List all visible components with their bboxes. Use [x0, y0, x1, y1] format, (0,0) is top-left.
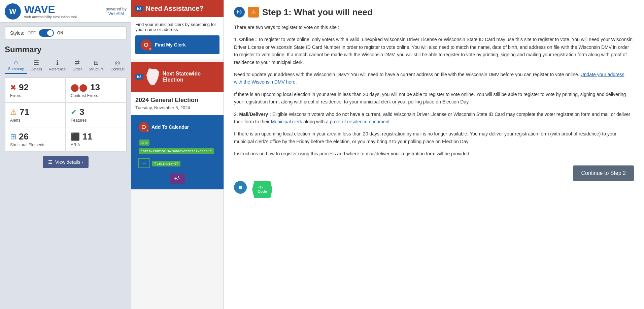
proof-of-residence-link[interactable]: proof of residence document. — [330, 119, 391, 124]
wave-logo: W — [5, 3, 21, 20]
feature-icon: ✔ — [71, 108, 77, 117]
error-icon: ✖ — [10, 83, 16, 92]
need-assistance-header: h3 Need Assistance? — [131, 0, 224, 17]
aria-badge: aria — [139, 140, 149, 146]
aria-label: ARIA — [71, 143, 80, 147]
nav-tabs: ⌂ Summary ☰ Details ℹ Reference ⇄ Order … — [5, 57, 127, 74]
arrow-button[interactable]: → — [138, 158, 150, 168]
tab-details[interactable]: ☰ Details — [27, 57, 45, 74]
svg-point-3 — [142, 126, 145, 128]
alert-icon: ⚠ — [10, 108, 17, 117]
tab-summary[interactable]: ⌂ Summary — [5, 57, 27, 74]
online-bold: Online : — [239, 37, 257, 42]
wave-title: WAVE — [24, 4, 77, 15]
stat-aria: ⬛ 11 ARIA — [66, 127, 126, 152]
step-title: Step 1: What you will need — [262, 7, 373, 18]
election-name: 2024 General Election — [135, 97, 219, 104]
structure-icon: ⊞ — [94, 59, 99, 66]
info-icon: ℹ — [56, 59, 59, 66]
need-assistance-body: Find your municipal clerk by searching f… — [131, 17, 224, 59]
mail-registration-paragraph: If there is an upcoming local election i… — [234, 130, 634, 145]
errors-label: Errors — [10, 93, 21, 98]
bottom-icons: ⏹ </>Code — [234, 181, 634, 198]
wave-powered: powered by WebAIM — [106, 7, 127, 16]
structural-count: 26 — [19, 131, 29, 142]
webaim-link[interactable]: WebAIM — [108, 11, 124, 16]
contrast-error-icon: ⬤⬤ — [71, 83, 88, 92]
contrast-count: 13 — [90, 82, 100, 93]
structural-label: Structural Elements — [10, 143, 45, 147]
toggle-on-label: ON — [57, 31, 63, 35]
structural-icon: ⊞ — [10, 132, 16, 141]
need-assistance-title: Need Assistance? — [146, 5, 204, 12]
toggle-off-label: OFF — [28, 31, 36, 35]
content-body: There are two ways to register to vote o… — [234, 24, 634, 157]
find-clerk-button[interactable]: Find My Clerk — [135, 35, 219, 54]
next-election-title: Next Statewide Election — [162, 71, 219, 83]
tab-structure[interactable]: ⊞ Structure — [86, 57, 107, 74]
instructions-paragraph: Instructions on how to register using th… — [234, 150, 634, 157]
styles-toggle[interactable] — [39, 29, 54, 37]
stats-grid: ✖ 92 Errors ⬤⬤ 13 Contrast Errors ⚠ 71 A… — [5, 78, 127, 152]
wave-title-block: WAVE web accessibility evaluation tool — [24, 4, 77, 19]
circle-icon-1: ⏹ — [234, 181, 247, 194]
mail-delivery-bold: Mail/Delivery : — [239, 112, 271, 117]
step-header: h3 ⚠ Step 1: What you will need — [234, 7, 634, 18]
election-warning-paragraph: If there is an upcoming local election i… — [234, 91, 634, 106]
order-icon: ⇄ — [75, 59, 80, 66]
p4-number: 2. — [234, 112, 238, 117]
add-calendar-btn-area[interactable]: Add To Calendar — [135, 119, 219, 135]
view-details-button[interactable]: ☰ View details › — [43, 156, 89, 168]
stat-alerts: ⚠ 71 Alerts — [5, 102, 66, 127]
contrast-icon: ◎ — [115, 59, 120, 66]
view-details-icon: ☰ — [48, 159, 53, 165]
wave-header: W WAVE web accessibility evaluation tool… — [0, 0, 131, 23]
contrast-label: Contrast Errors — [71, 93, 98, 98]
wave-subtitle: web accessibility evaluation tool — [24, 15, 77, 19]
home-icon: ⌂ — [14, 59, 18, 66]
tabindex-badge: *tabindex=0* — [152, 161, 180, 166]
styles-label: Styles: — [10, 30, 24, 36]
dmv-update-paragraph: Need to update your address with the Wis… — [234, 71, 634, 86]
h3-badge-assistance: h3 — [135, 6, 143, 11]
features-label: Features — [71, 118, 87, 123]
h3-circle-step: h3 — [234, 7, 245, 18]
code-hex: </>Code — [252, 181, 272, 198]
mail-delivery-paragraph: 2. Mail/Delivery : Eligible Wisconsin vo… — [234, 111, 634, 126]
features-count: 3 — [79, 107, 84, 117]
summary-title: Summary — [5, 45, 127, 54]
plus-minus-btn[interactable]: +/- — [170, 174, 184, 184]
right-panel: h3 ⚠ Step 1: What you will need There ar… — [224, 0, 644, 309]
aria-controls-badge: *aria-controls="addeventatc1-drop"* — [139, 148, 214, 154]
h3-badge-election: h3 — [135, 74, 143, 80]
intro-text: There are two ways to register to vote o… — [234, 24, 634, 31]
add-calendar-section: Add To Calendar aria *aria-controls="add… — [131, 115, 224, 189]
alerts-count: 71 — [20, 107, 29, 117]
stat-errors: ✖ 92 Errors — [5, 78, 66, 102]
left-panel: W WAVE web accessibility evaluation tool… — [0, 0, 131, 309]
summary-section: Summary ⌂ Summary ☰ Details ℹ Reference … — [0, 43, 131, 168]
styles-bar: Styles: OFF ON — [5, 26, 127, 40]
alerts-label: Alerts — [10, 118, 21, 123]
stat-structural: ⊞ 26 Structural Elements — [5, 127, 66, 152]
add-calendar-icon — [139, 122, 149, 132]
errors-count: 92 — [19, 82, 29, 93]
warning-badge: ⚠ — [248, 7, 259, 18]
continue-to-step2-button[interactable]: Continue to Step 2 — [573, 165, 634, 181]
next-election-section: h3 Next Statewide Election — [131, 62, 224, 92]
stat-contrast: ⬤⬤ 13 Contrast Errors — [66, 78, 126, 102]
online-text: To register to vote online, only voters … — [234, 37, 633, 65]
p1-number: 1. — [234, 37, 238, 42]
aria-count: 11 — [82, 131, 92, 142]
stat-features: ✔ 3 Features — [66, 102, 126, 127]
election-info: 2024 General Election Tuesday, November … — [131, 92, 224, 115]
aria-overlay-area: aria *aria-controls="addeventatc1-drop"* — [135, 135, 219, 157]
need-assistance-section: h3 Need Assistance? Find your municipal … — [131, 0, 224, 59]
middle-panel: h3 Need Assistance? Find your municipal … — [131, 0, 224, 309]
tab-reference[interactable]: ℹ Reference — [45, 57, 69, 74]
online-paragraph: 1. Online : To register to vote online, … — [234, 36, 634, 66]
tab-order[interactable]: ⇄ Order — [69, 57, 85, 74]
svg-point-1 — [145, 43, 147, 46]
tab-contrast[interactable]: ◎ Contrast — [107, 57, 128, 74]
municipal-clerk-link[interactable]: Municipal clerk — [271, 119, 302, 124]
